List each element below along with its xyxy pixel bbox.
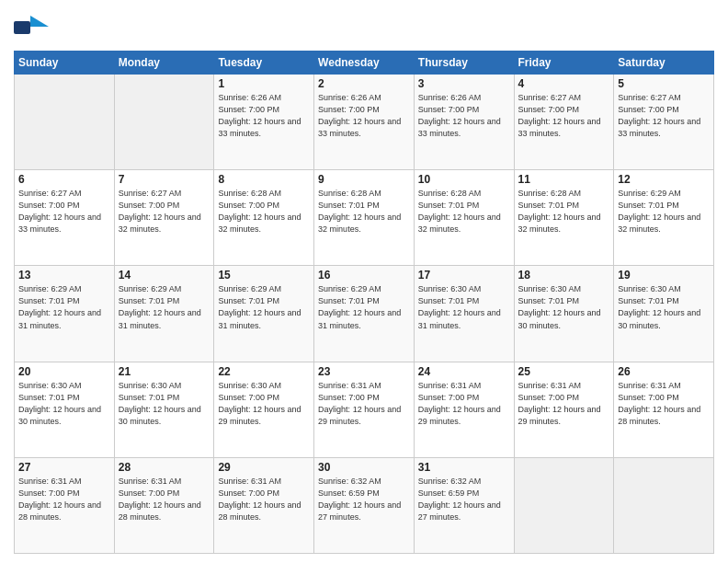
header <box>14 14 714 41</box>
calendar-cell: 10Sunrise: 6:28 AM Sunset: 7:01 PM Dayli… <box>414 170 514 266</box>
weekday-header-tuesday: Tuesday <box>214 52 314 75</box>
day-number: 24 <box>418 365 510 378</box>
calendar-cell: 5Sunrise: 6:27 AM Sunset: 7:00 PM Daylig… <box>614 75 714 170</box>
weekday-header-wednesday: Wednesday <box>314 52 415 75</box>
calendar-cell: 26Sunrise: 6:31 AM Sunset: 7:00 PM Dayli… <box>614 362 714 457</box>
day-number: 8 <box>218 173 310 186</box>
day-number: 6 <box>18 173 110 186</box>
day-info: Sunrise: 6:28 AM Sunset: 7:01 PM Dayligh… <box>418 188 510 236</box>
day-info: Sunrise: 6:32 AM Sunset: 6:59 PM Dayligh… <box>418 476 510 523</box>
calendar-cell: 24Sunrise: 6:31 AM Sunset: 7:00 PM Dayli… <box>414 362 514 457</box>
day-info: Sunrise: 6:31 AM Sunset: 7:00 PM Dayligh… <box>119 476 210 523</box>
day-number: 21 <box>119 365 210 378</box>
day-info: Sunrise: 6:31 AM Sunset: 7:00 PM Dayligh… <box>218 476 310 523</box>
calendar-cell: 23Sunrise: 6:31 AM Sunset: 7:00 PM Dayli… <box>314 362 415 457</box>
day-info: Sunrise: 6:27 AM Sunset: 7:00 PM Dayligh… <box>119 188 210 236</box>
day-info: Sunrise: 6:29 AM Sunset: 7:01 PM Dayligh… <box>618 188 710 236</box>
calendar-cell: 7Sunrise: 6:27 AM Sunset: 7:00 PM Daylig… <box>114 170 214 266</box>
weekday-header-thursday: Thursday <box>414 52 514 75</box>
page: SundayMondayTuesdayWednesdayThursdayFrid… <box>0 0 728 563</box>
calendar-cell <box>15 75 115 170</box>
day-info: Sunrise: 6:26 AM Sunset: 7:00 PM Dayligh… <box>418 92 510 140</box>
calendar-cell: 21Sunrise: 6:30 AM Sunset: 7:01 PM Dayli… <box>114 362 214 457</box>
day-info: Sunrise: 6:30 AM Sunset: 7:01 PM Dayligh… <box>18 380 110 428</box>
svg-rect-0 <box>14 21 30 34</box>
calendar-cell: 20Sunrise: 6:30 AM Sunset: 7:01 PM Dayli… <box>15 362 115 457</box>
calendar-cell: 27Sunrise: 6:31 AM Sunset: 7:00 PM Dayli… <box>15 457 115 553</box>
calendar-cell: 22Sunrise: 6:30 AM Sunset: 7:00 PM Dayli… <box>214 362 314 457</box>
day-info: Sunrise: 6:28 AM Sunset: 7:01 PM Dayligh… <box>318 188 410 236</box>
day-number: 20 <box>18 365 110 378</box>
day-info: Sunrise: 6:32 AM Sunset: 6:59 PM Dayligh… <box>318 476 410 523</box>
calendar-cell: 1Sunrise: 6:26 AM Sunset: 7:00 PM Daylig… <box>214 75 314 170</box>
day-info: Sunrise: 6:30 AM Sunset: 7:00 PM Dayligh… <box>218 380 310 428</box>
weekday-header-saturday: Saturday <box>614 52 714 75</box>
day-number: 15 <box>218 269 310 282</box>
calendar-cell: 19Sunrise: 6:30 AM Sunset: 7:01 PM Dayli… <box>614 266 714 362</box>
day-info: Sunrise: 6:30 AM Sunset: 7:01 PM Dayligh… <box>618 283 710 331</box>
day-number: 9 <box>318 173 410 186</box>
calendar-cell: 6Sunrise: 6:27 AM Sunset: 7:00 PM Daylig… <box>15 170 115 266</box>
day-info: Sunrise: 6:29 AM Sunset: 7:01 PM Dayligh… <box>119 283 210 331</box>
day-number: 4 <box>518 77 610 90</box>
day-number: 11 <box>518 173 610 186</box>
calendar-cell: 31Sunrise: 6:32 AM Sunset: 6:59 PM Dayli… <box>414 457 514 553</box>
weekday-header-monday: Monday <box>114 52 214 75</box>
day-number: 2 <box>318 77 410 90</box>
day-info: Sunrise: 6:31 AM Sunset: 7:00 PM Dayligh… <box>618 380 710 428</box>
calendar-cell <box>114 75 214 170</box>
calendar-week-row-1: 1Sunrise: 6:26 AM Sunset: 7:00 PM Daylig… <box>15 75 714 170</box>
day-info: Sunrise: 6:30 AM Sunset: 7:01 PM Dayligh… <box>119 380 210 428</box>
calendar-header-row: SundayMondayTuesdayWednesdayThursdayFrid… <box>15 52 714 75</box>
calendar-cell: 18Sunrise: 6:30 AM Sunset: 7:01 PM Dayli… <box>514 266 614 362</box>
day-info: Sunrise: 6:28 AM Sunset: 7:01 PM Dayligh… <box>518 188 610 236</box>
calendar-cell: 2Sunrise: 6:26 AM Sunset: 7:00 PM Daylig… <box>314 75 415 170</box>
day-info: Sunrise: 6:26 AM Sunset: 7:00 PM Dayligh… <box>218 92 310 140</box>
day-number: 3 <box>418 77 510 90</box>
calendar-cell: 13Sunrise: 6:29 AM Sunset: 7:01 PM Dayli… <box>15 266 115 362</box>
calendar-cell: 29Sunrise: 6:31 AM Sunset: 7:00 PM Dayli… <box>214 457 314 553</box>
day-number: 14 <box>119 269 210 282</box>
day-info: Sunrise: 6:31 AM Sunset: 7:00 PM Dayligh… <box>518 380 610 428</box>
day-number: 31 <box>418 461 510 474</box>
calendar-week-row-4: 20Sunrise: 6:30 AM Sunset: 7:01 PM Dayli… <box>15 362 714 457</box>
day-info: Sunrise: 6:29 AM Sunset: 7:01 PM Dayligh… <box>18 283 110 331</box>
day-number: 29 <box>218 461 310 474</box>
day-info: Sunrise: 6:28 AM Sunset: 7:00 PM Dayligh… <box>218 188 310 236</box>
day-info: Sunrise: 6:30 AM Sunset: 7:01 PM Dayligh… <box>518 283 610 331</box>
day-number: 13 <box>18 269 110 282</box>
calendar-cell: 4Sunrise: 6:27 AM Sunset: 7:00 PM Daylig… <box>514 75 614 170</box>
day-info: Sunrise: 6:27 AM Sunset: 7:00 PM Dayligh… <box>618 92 710 140</box>
calendar-cell: 15Sunrise: 6:29 AM Sunset: 7:01 PM Dayli… <box>214 266 314 362</box>
day-info: Sunrise: 6:27 AM Sunset: 7:00 PM Dayligh… <box>18 188 110 236</box>
day-info: Sunrise: 6:26 AM Sunset: 7:00 PM Dayligh… <box>318 92 410 140</box>
calendar-cell: 28Sunrise: 6:31 AM Sunset: 7:00 PM Dayli… <box>114 457 214 553</box>
calendar-cell <box>614 457 714 553</box>
calendar-cell: 14Sunrise: 6:29 AM Sunset: 7:01 PM Dayli… <box>114 266 214 362</box>
day-number: 17 <box>418 269 510 282</box>
day-number: 7 <box>119 173 210 186</box>
day-number: 27 <box>18 461 110 474</box>
calendar-cell <box>514 457 614 553</box>
day-info: Sunrise: 6:31 AM Sunset: 7:00 PM Dayligh… <box>418 380 510 428</box>
day-number: 22 <box>218 365 310 378</box>
day-number: 12 <box>618 173 710 186</box>
calendar-cell: 8Sunrise: 6:28 AM Sunset: 7:00 PM Daylig… <box>214 170 314 266</box>
weekday-header-friday: Friday <box>514 52 614 75</box>
day-number: 19 <box>618 269 710 282</box>
day-info: Sunrise: 6:29 AM Sunset: 7:01 PM Dayligh… <box>218 283 310 331</box>
day-info: Sunrise: 6:29 AM Sunset: 7:01 PM Dayligh… <box>318 283 410 331</box>
day-info: Sunrise: 6:31 AM Sunset: 7:00 PM Dayligh… <box>18 476 110 523</box>
calendar-week-row-2: 6Sunrise: 6:27 AM Sunset: 7:00 PM Daylig… <box>15 170 714 266</box>
calendar-cell: 25Sunrise: 6:31 AM Sunset: 7:00 PM Dayli… <box>514 362 614 457</box>
calendar-cell: 16Sunrise: 6:29 AM Sunset: 7:01 PM Dayli… <box>314 266 415 362</box>
calendar-cell: 17Sunrise: 6:30 AM Sunset: 7:01 PM Dayli… <box>414 266 514 362</box>
day-number: 28 <box>119 461 210 474</box>
weekday-header-sunday: Sunday <box>15 52 115 75</box>
calendar-cell: 11Sunrise: 6:28 AM Sunset: 7:01 PM Dayli… <box>514 170 614 266</box>
day-number: 16 <box>318 269 410 282</box>
calendar-cell: 30Sunrise: 6:32 AM Sunset: 6:59 PM Dayli… <box>314 457 415 553</box>
day-info: Sunrise: 6:27 AM Sunset: 7:00 PM Dayligh… <box>518 92 610 140</box>
day-number: 23 <box>318 365 410 378</box>
day-info: Sunrise: 6:30 AM Sunset: 7:01 PM Dayligh… <box>418 283 510 331</box>
